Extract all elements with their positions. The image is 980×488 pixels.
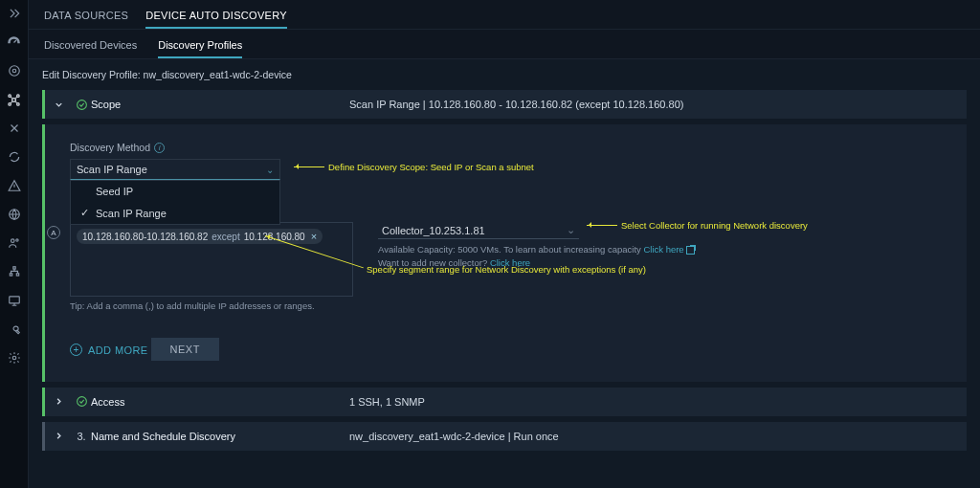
sync-icon[interactable] xyxy=(7,149,22,165)
step-scope-header[interactable]: Scope Scan IP Range | 10.128.160.80 - 10… xyxy=(42,90,967,119)
step-scope-summary: Scan IP Range | 10.128.160.80 - 10.128.1… xyxy=(349,99,683,110)
plus-circle-icon: + xyxy=(70,344,82,356)
external-link-icon xyxy=(686,246,695,255)
network-icon[interactable] xyxy=(7,92,22,107)
discovery-method-select[interactable]: Scan IP Range ⌄ xyxy=(70,159,280,180)
tools-icon[interactable] xyxy=(7,121,22,136)
svg-point-6 xyxy=(17,102,20,105)
warning-icon[interactable] xyxy=(7,178,22,193)
step-scope-label: Scope xyxy=(91,99,349,110)
shield-icon[interactable] xyxy=(7,63,22,78)
option-scan-ip-range[interactable]: ✓Scan IP Range xyxy=(71,202,279,224)
sidebar xyxy=(0,0,29,488)
ip-range-input[interactable]: 10.128.160.80-10.128.160.82 except 10.12… xyxy=(70,222,353,297)
svg-rect-12 xyxy=(16,274,18,276)
annotation-scope: Define Discovery Scope: Seed IP or Scan … xyxy=(328,162,534,172)
svg-point-8 xyxy=(11,239,14,243)
secondary-nav: Discovered Devices Discovery Profiles xyxy=(29,30,980,59)
step-schedule-summary: nw_discovery_eat1-wdc-2-device | Run onc… xyxy=(349,431,559,442)
page-body: Edit Discovery Profile: nw_discovery_eat… xyxy=(29,59,980,488)
chevron-down-icon: ⌄ xyxy=(266,165,274,175)
collector-value: Collector_10.253.1.81 xyxy=(382,225,485,236)
add-more-button[interactable]: + ADD MORE xyxy=(70,344,147,356)
nav-device-auto-discovery[interactable]: DEVICE AUTO DISCOVERY xyxy=(145,6,287,29)
ip-range-tag[interactable]: 10.128.160.80-10.128.160.82 except 10.12… xyxy=(77,229,323,244)
svg-point-14 xyxy=(12,356,16,360)
step-access-label: Access xyxy=(91,396,349,408)
ip-range-tip: Tip: Add a comma (,) to add multiple IP … xyxy=(70,300,353,311)
page-title: Edit Discovery Profile: nw_discovery_eat… xyxy=(42,69,967,80)
main-panel: DATA SOURCES DEVICE AUTO DISCOVERY Disco… xyxy=(29,0,980,488)
svg-point-16 xyxy=(77,397,86,407)
next-button[interactable]: NEXT xyxy=(151,338,219,361)
discovery-method-value: Scan IP Range xyxy=(77,164,147,175)
scope-body: Discovery Method i Scan IP Range ⌄ Seed … xyxy=(42,124,967,382)
check-circle-icon xyxy=(72,395,91,408)
step-access-summary: 1 SSH, 1 SNMP xyxy=(349,396,425,408)
svg-point-4 xyxy=(17,94,20,97)
remove-tag-icon[interactable]: × xyxy=(311,231,317,242)
wrench-icon[interactable] xyxy=(7,322,22,337)
discovery-method-label: Discovery Method i xyxy=(70,142,165,153)
capacity-link[interactable]: Click here xyxy=(643,244,683,255)
svg-point-1 xyxy=(12,69,16,73)
svg-point-0 xyxy=(9,66,19,77)
add-collector-link[interactable]: Click here xyxy=(490,257,530,268)
svg-point-9 xyxy=(15,239,17,241)
step-schedule-label: Name and Schedule Discovery xyxy=(91,431,349,442)
tab-discovered-devices[interactable]: Discovered Devices xyxy=(44,33,137,58)
svg-rect-10 xyxy=(12,267,14,269)
primary-nav: DATA SOURCES DEVICE AUTO DISCOVERY xyxy=(29,0,980,30)
step-access-header[interactable]: Access 1 SSH, 1 SNMP xyxy=(42,388,967,416)
chevron-down-icon: ⌄ xyxy=(567,224,575,236)
org-icon[interactable] xyxy=(7,264,22,279)
svg-point-15 xyxy=(77,100,86,109)
discovery-method-dropdown: Seed IP ✓Scan IP Range xyxy=(70,180,280,225)
chevron-right-icon[interactable] xyxy=(45,396,72,407)
step-number: 3. xyxy=(72,431,91,442)
svg-point-5 xyxy=(9,102,11,105)
chevron-down-icon[interactable] xyxy=(45,100,72,110)
collector-select[interactable]: Collector_10.253.1.81 ⌄ xyxy=(378,222,579,239)
step-schedule-header[interactable]: 3. Name and Schedule Discovery nw_discov… xyxy=(42,422,967,451)
monitor-icon[interactable] xyxy=(7,293,22,308)
collector-capacity-hint: Available Capacity: 5000 VMs. To learn a… xyxy=(378,243,942,271)
svg-point-3 xyxy=(9,94,11,97)
svg-rect-13 xyxy=(9,297,19,303)
chevron-right-icon[interactable] xyxy=(45,431,72,441)
option-seed-ip[interactable]: Seed IP xyxy=(71,181,279,202)
expand-icon[interactable] xyxy=(7,6,22,21)
globe-icon[interactable] xyxy=(7,207,22,222)
annotation-collector: Select Collector for running Network dis… xyxy=(621,220,808,231)
svg-point-2 xyxy=(12,98,16,101)
svg-rect-11 xyxy=(10,274,11,276)
nav-data-sources[interactable]: DATA SOURCES xyxy=(44,6,128,29)
info-icon[interactable]: i xyxy=(154,143,165,153)
users-icon[interactable] xyxy=(7,235,22,251)
gear-icon[interactable] xyxy=(7,350,22,366)
check-circle-icon xyxy=(72,99,91,111)
ip-range-field: A 10.128.160.80-10.128.160.82 except 10.… xyxy=(70,222,353,311)
check-icon: ✓ xyxy=(80,207,90,219)
gauge-icon[interactable] xyxy=(7,34,22,50)
tab-discovery-profiles[interactable]: Discovery Profiles xyxy=(158,33,242,58)
badge-a-icon: A xyxy=(47,226,60,239)
